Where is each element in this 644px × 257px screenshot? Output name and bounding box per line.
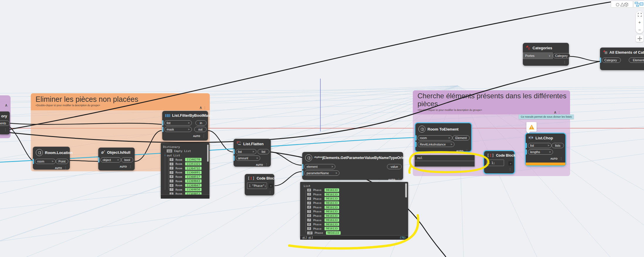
node-menu-icon[interactable]: ⋮: [265, 163, 268, 167]
output-port-elements[interactable]: Elements: [629, 58, 644, 63]
port-chevron-icon: >: [549, 151, 551, 153]
node-categories[interactable]: Categories Portes ∨ Category ⋮: [523, 43, 569, 66]
code-output-port[interactable]: >: [508, 161, 513, 165]
output-port-bool[interactable]: bool: [121, 157, 133, 163]
watch-row: 3Room11366091: [161, 170, 209, 175]
code-output-port[interactable]: >: [269, 184, 273, 188]
lacing-label[interactable]: AUTO: [120, 165, 127, 168]
scrollbar[interactable]: [207, 145, 209, 162]
node-menu-icon[interactable]: ⋮: [397, 178, 400, 182]
collapse-chevron-icon[interactable]: ∧: [199, 105, 202, 110]
input-port-category[interactable]: Category: [602, 58, 621, 63]
dynamo-canvas[interactable]: Eliminer les pièces non placées <Double-…: [0, 0, 644, 257]
code-editor[interactable]: 1 1;: [486, 160, 504, 166]
group-eliminer-header[interactable]: Eliminer les pièces non placées <Double-…: [31, 93, 210, 110]
output-port-category[interactable]: Category: [553, 53, 570, 58]
connected-port-bar: [162, 127, 163, 132]
node-filter-by-bool-mask[interactable]: List.FilterByBoolMask list> in mask> out…: [162, 111, 208, 141]
node-room-to-element[interactable]: Room ToElement room> Element RevitLinksI…: [415, 123, 471, 151]
lacing-label[interactable]: AUTO: [193, 135, 200, 138]
node-menu-icon[interactable]: ⋮: [508, 168, 512, 171]
yellow-circle-tail: [409, 165, 411, 173]
node-list-chop[interactable]: List.Chop list> lists lengths> AUTO⋮: [526, 133, 565, 165]
preview-value: nul: [417, 156, 422, 160]
code-editor[interactable]: 1 "Phase";: [247, 182, 267, 189]
pan-button[interactable]: [636, 35, 643, 42]
phase-watch-node[interactable]: List 0Phase9816133 1Phase9816133 2Phase9…: [300, 182, 408, 238]
revit-node-icon: [305, 154, 312, 161]
watch-row: 2Phase9816133: [300, 197, 408, 201]
input-port-room[interactable]: room>: [417, 135, 452, 141]
zoom-in-button[interactable]: +: [638, 20, 641, 24]
graph-view-button[interactable]: [633, 1, 644, 8]
fit-view-icon[interactable]: [638, 13, 642, 17]
code-text[interactable]: 1;: [491, 161, 495, 165]
output-port-out[interactable]: out: [194, 127, 207, 132]
output-port-lists[interactable]: lists: [552, 143, 564, 148]
node-room-location[interactable]: Room.Location room> Point AUTO⋮: [33, 147, 70, 170]
node-menu-icon[interactable]: ⋮: [465, 149, 469, 153]
node-menu-icon[interactable]: ⋮: [563, 60, 566, 64]
node-menu-icon[interactable]: ⋮: [4, 128, 7, 132]
node-title: Object.IsNull: [107, 150, 130, 155]
node-all-elements-of-category[interactable]: All Elements of Category Category Elemen…: [600, 48, 644, 70]
input-port-list[interactable]: list>: [164, 120, 192, 126]
lacing-label[interactable]: AUTO: [388, 178, 395, 181]
code-text[interactable]: "Phase";: [252, 184, 266, 187]
lacing-label[interactable]: AUTO: [550, 157, 557, 160]
node-menu-icon[interactable]: ⋮: [202, 134, 205, 138]
node-object-isnull[interactable]: ø? Object.IsNull object> bool AUTO⋮: [98, 148, 135, 170]
node-title: Code Block: [496, 153, 515, 158]
input-port-parametername[interactable]: parameterName>: [304, 170, 339, 176]
collapse-chevron-icon[interactable]: ∧: [554, 110, 557, 114]
output-port-value[interactable]: value: [387, 164, 402, 169]
node-menu-icon[interactable]: ⋮: [129, 165, 132, 168]
lacing-label[interactable]: AUTO: [456, 150, 463, 153]
node-code-block-phase[interactable]: [I] Code Block 1 "Phase"; > ⋮: [245, 174, 274, 195]
input-port-list[interactable]: list>: [236, 149, 256, 154]
output-port-in[interactable]: in: [195, 120, 207, 126]
output-port-point[interactable]: Point: [56, 159, 68, 164]
node-title: |Elements.GetParameterValueByNameTypeOrI…: [322, 156, 416, 160]
output-port-element[interactable]: Element: [452, 135, 470, 141]
preview-bubble-nul: nul: [415, 155, 475, 167]
zoom-toolbar[interactable]: + −: [636, 11, 643, 33]
input-port-amount[interactable]: amount>: [236, 155, 260, 161]
group-subtitle: <Double-cliquer ici pour modifier la des…: [417, 109, 565, 111]
output-port[interactable]: ments: [0, 121, 10, 126]
input-port-element[interactable]: element>: [304, 164, 335, 169]
category-dropdown[interactable]: Portes ∨: [523, 53, 553, 59]
node-left-fragment[interactable]: ory ments ⋮: [0, 111, 10, 134]
connected-port-bar: [98, 157, 99, 163]
geometry-preview-button[interactable]: [611, 1, 633, 8]
node-menu-icon[interactable]: ⋮: [268, 190, 272, 194]
node-code-block-one[interactable]: [I] Code Block 1 1; > ⋮: [484, 151, 514, 173]
watch-row: 1Room11351321: [161, 162, 209, 166]
watch-root: List: [304, 184, 310, 187]
group-menu-icon[interactable]: ⋮: [558, 111, 561, 114]
input-port-lengths[interactable]: lengths>: [528, 149, 553, 155]
watch-row: 8Room11369053: [161, 192, 209, 195]
warning-bubble[interactable]: [526, 122, 537, 132]
node-list-flatten[interactable]: n List.Flatten list> list amount> AUTO⋮: [234, 139, 271, 167]
input-port-object[interactable]: object>: [100, 157, 121, 163]
output-port-list[interactable]: list: [258, 149, 269, 154]
zoom-out-button[interactable]: −: [638, 28, 641, 32]
group-menu-icon[interactable]: ⋮: [203, 106, 206, 109]
group-cherche-header[interactable]: Cherche éléments présents dans les diffé…: [413, 90, 570, 114]
input-port-revitlinksinstance[interactable]: RevitLinksInstance>: [417, 142, 454, 147]
node-menu-icon[interactable]: ⋮: [64, 166, 67, 170]
port-chevron-icon: >: [188, 128, 190, 131]
note-list-chop[interactable]: Ce noeuds permet de sous diviser les lis…: [519, 114, 574, 119]
scrollbar[interactable]: [405, 183, 407, 197]
dictionary-watch-node[interactable]: Dictionary in Empty List > out List 0Roo…: [161, 143, 209, 197]
lacing-label[interactable]: AUTO: [256, 163, 263, 166]
input-port-mask[interactable]: mask>: [164, 127, 192, 132]
collapse-chevron-icon[interactable]: ∧: [5, 103, 8, 107]
input-port-room[interactable]: room>: [35, 159, 56, 164]
lacing-label[interactable]: AUTO: [55, 167, 62, 170]
node-get-parameter-value[interactable]: rhythm|Elements.GetParameterValueByNameT…: [302, 152, 403, 180]
warning-bar: [526, 163, 565, 165]
node-menu-icon[interactable]: ⋮: [560, 157, 563, 160]
input-port-list[interactable]: list>: [528, 143, 552, 148]
